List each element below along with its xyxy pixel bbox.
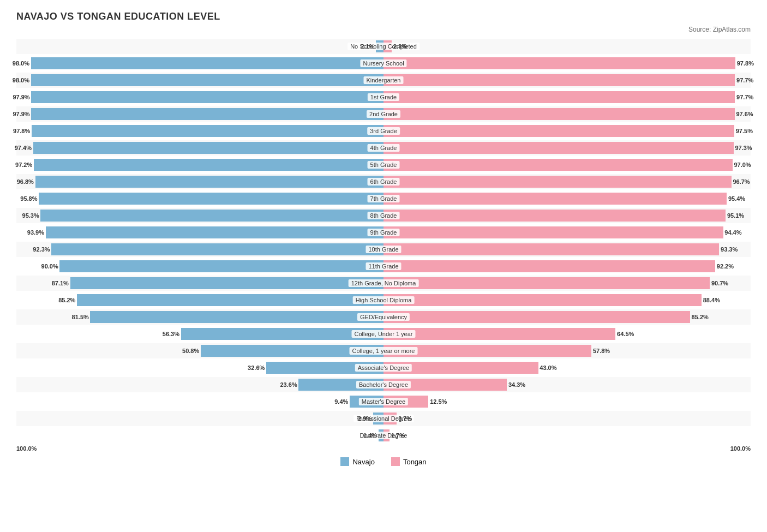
navajo-bar	[90, 311, 384, 323]
tongan-bar	[384, 193, 727, 205]
navajo-bar	[70, 277, 384, 289]
row-label: 1st Grade	[368, 93, 399, 101]
tongan-value: 97.6%	[736, 111, 753, 117]
row-label: 5th Grade	[368, 161, 400, 169]
navajo-value: 98.0%	[13, 60, 29, 67]
navajo-value: 97.9%	[13, 94, 29, 100]
tongan-bar	[384, 142, 734, 154]
chart-row: Doctorate Degree1.4%1.7%	[16, 428, 751, 443]
row-label: Nursery School	[360, 59, 406, 67]
tongan-bar	[384, 91, 735, 103]
navajo-value: 87.1%	[52, 280, 69, 286]
navajo-value: 95.8%	[20, 195, 37, 202]
navajo-value: 1.4%	[363, 432, 377, 439]
row-label: Kindergarten	[364, 76, 404, 84]
tongan-bar	[384, 328, 615, 340]
chart-title: NAVAJO VS TONGAN EDUCATION LEVEL	[16, 11, 751, 22]
navajo-value: 32.6%	[248, 364, 265, 371]
navajo-value: 85.2%	[58, 297, 75, 303]
row-label: GED/Equivalency	[357, 313, 410, 321]
row-label: 10th Grade	[365, 246, 401, 253]
navajo-value: 56.3%	[163, 331, 179, 337]
tongan-value: 64.5%	[617, 331, 634, 337]
tongan-bar	[384, 57, 735, 69]
tongan-value: 43.0%	[540, 364, 556, 371]
tongan-value: 85.2%	[692, 314, 709, 320]
source-label: Source: ZipAtlas.com	[16, 26, 751, 33]
tongan-bar	[384, 277, 710, 289]
row-label: No Schooling Completed	[347, 43, 420, 50]
chart-row: High School Diploma85.2%88.4%	[16, 292, 751, 308]
tongan-value: 34.3%	[508, 381, 525, 388]
navajo-value: 9.4%	[334, 398, 348, 405]
tongan-bar	[384, 311, 690, 323]
navajo-bar	[31, 108, 384, 120]
tongan-value: 97.3%	[735, 145, 752, 151]
chart-row: Bachelor's Degree23.6%34.3%	[16, 377, 751, 392]
chart-row: College, Under 1 year56.3%64.5%	[16, 326, 751, 342]
navajo-bar	[34, 159, 384, 171]
chart-row: 3rd Grade97.8%97.5%	[16, 123, 751, 139]
navajo-bar	[32, 125, 384, 137]
row-label: 9th Grade	[368, 229, 400, 236]
row-label: 2nd Grade	[367, 110, 400, 118]
tongan-bar	[384, 108, 735, 120]
navajo-value: 98.0%	[13, 77, 29, 83]
tongan-value: 97.5%	[736, 128, 753, 134]
chart-area: No Schooling Completed2.1%2.3%Nursery Sc…	[16, 39, 751, 443]
navajo-value: 95.3%	[22, 212, 39, 219]
tongan-value: 97.7%	[736, 94, 753, 100]
tongan-bar	[384, 243, 719, 255]
legend: Navajo Tongan	[16, 457, 751, 466]
row-label: Associate's Degree	[355, 364, 412, 372]
row-label: 12th Grade, No Diploma	[349, 279, 419, 287]
legend-navajo-label: Navajo	[352, 458, 374, 466]
chart-row: 4th Grade97.4%97.3%	[16, 140, 751, 156]
tongan-bar	[384, 74, 735, 86]
tongan-value: 1.7%	[391, 432, 405, 439]
chart-row: 5th Grade97.2%97.0%	[16, 157, 751, 172]
tongan-value: 97.0%	[734, 162, 751, 168]
row-label: Master's Degree	[359, 398, 408, 405]
chart-row: 8th Grade95.3%95.1%	[16, 208, 751, 223]
tongan-value: 88.4%	[703, 297, 720, 303]
chart-row: 2nd Grade97.9%97.6%	[16, 106, 751, 122]
navajo-value: 97.9%	[13, 111, 29, 117]
navajo-value: 81.5%	[72, 314, 89, 320]
row-label: 6th Grade	[368, 178, 400, 186]
legend-navajo-box	[340, 457, 349, 466]
chart-row: GED/Equivalency81.5%85.2%	[16, 309, 751, 325]
chart-row: 12th Grade, No Diploma87.1%90.7%	[16, 276, 751, 291]
row-label: 7th Grade	[368, 195, 400, 202]
navajo-bar	[31, 57, 384, 69]
tongan-value: 2.3%	[393, 43, 407, 50]
tongan-bar	[384, 294, 702, 306]
tongan-bar	[384, 159, 733, 171]
legend-tongan-label: Tongan	[403, 458, 427, 466]
chart-row: No Schooling Completed2.1%2.3%	[16, 39, 751, 54]
navajo-bar	[77, 294, 384, 306]
tongan-value: 93.3%	[721, 246, 738, 253]
chart-row: College, 1 year or more50.8%57.8%	[16, 343, 751, 358]
chart-row: 10th Grade92.3%93.3%	[16, 242, 751, 257]
legend-navajo: Navajo	[340, 457, 374, 466]
row-label: College, 1 year or more	[350, 347, 418, 355]
tongan-value: 12.5%	[430, 398, 447, 405]
tongan-bar	[384, 260, 715, 272]
navajo-bar	[59, 260, 384, 272]
navajo-value: 93.9%	[27, 229, 44, 236]
tongan-value: 95.1%	[727, 212, 744, 219]
navajo-bar	[51, 243, 384, 255]
chart-row: Kindergarten98.0%97.7%	[16, 73, 751, 88]
tongan-bar	[384, 125, 734, 137]
navajo-value: 92.3%	[33, 246, 50, 253]
navajo-value: 50.8%	[182, 348, 199, 354]
navajo-bar	[40, 210, 384, 222]
navajo-bar	[31, 91, 384, 103]
row-label: 4th Grade	[368, 144, 400, 152]
row-label: College, Under 1 year	[351, 330, 415, 338]
tongan-value: 92.2%	[717, 263, 734, 270]
navajo-bar	[39, 193, 384, 205]
navajo-value: 90.0%	[41, 263, 58, 270]
axis-labels: 100.0% 100.0%	[16, 445, 751, 452]
